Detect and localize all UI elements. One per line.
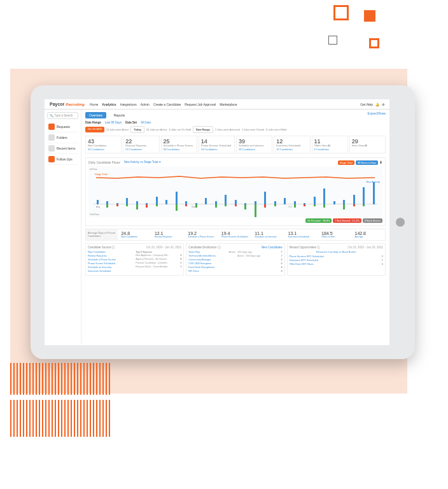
month-aug: Aug (96, 206, 100, 208)
stat-card[interactable]: 12Interviews Scheduled10 Candidates (274, 136, 310, 153)
nav-request-approval[interactable]: Request Job Approval (185, 103, 216, 106)
status-chip: 26 Jobs are Active (146, 128, 167, 131)
decor-square-4 (369, 38, 379, 48)
sidebar-label: Follow Ups (57, 157, 73, 161)
chart-footer: 26 Pursued · 78.8%7 Not Viewed · 21.2%3 … (88, 218, 382, 223)
top-bar: Paycor Recruiting Home Analytics Integra… (45, 99, 389, 110)
chart-title: Daily Candidate Flows (88, 160, 120, 165)
get-help-link[interactable]: Get Help (360, 103, 373, 106)
stat-card[interactable]: 22Resume Requests59 Candidates (123, 136, 159, 153)
dist-row[interactable]: HR Client3 (188, 269, 282, 273)
app-screen: Paycor Recruiting Home Analytics Integra… (45, 99, 389, 345)
search-placeholder: Type a Search (54, 114, 73, 117)
missed-row[interactable]: Offer Does NOT Have..5 (290, 262, 383, 266)
search-input[interactable]: 🔍 Type a Search (47, 112, 78, 119)
footer-badge: 3 Back Burner (363, 218, 382, 223)
decor-square-3 (328, 36, 337, 45)
panel-subtitle: New Candidates (262, 246, 283, 249)
status-chip: 0 Jobs were Filled (266, 128, 286, 131)
bell-icon[interactable]: 🔔 (375, 103, 379, 106)
panel-date: Oct 23, 2020 - Jan 20, 2021 (146, 246, 182, 249)
decor-lines (10, 363, 118, 439)
outflow-label: OutFlow (90, 213, 99, 216)
tab-reports[interactable]: Reports (110, 112, 129, 118)
source-link[interactable]: Interviews Scheduled (88, 269, 134, 273)
tablet-frame: Paycor Recruiting Home Analytics Integra… (31, 85, 415, 359)
days-badge[interactable]: 30 Back-in-Days (356, 160, 378, 165)
top-nav: Home Analytics Integrations Admin Create… (90, 103, 237, 106)
chart-dropdown[interactable]: New Activity vs Stage Total ▾ (124, 160, 161, 165)
followup-icon (48, 156, 55, 162)
search-icon: 🔍 (50, 114, 53, 117)
status-chip: 2 Jobs were Closed (242, 128, 264, 131)
download-icon[interactable]: ⬇ (379, 160, 382, 165)
nav-analytics[interactable]: Analytics (102, 103, 116, 106)
nav-home[interactable]: Home (90, 103, 98, 106)
panel-title: Candidate Source (88, 246, 111, 249)
gear-icon[interactable]: ⚙ (382, 103, 384, 106)
daterange-chip[interactable]: Date Range (193, 126, 213, 133)
month-oct: Oct (288, 206, 291, 208)
nav-admin[interactable]: Admin (141, 103, 150, 106)
missed-subtitle: Resumes Currently on Back Burner (290, 250, 383, 253)
brand-logo: Paycor Recruiting (50, 102, 85, 106)
stat-cards-row: 43New Candidates43 Candidates22Resume Re… (85, 136, 386, 153)
avg-card[interactable]: 19.2Schedule a Phone Screen (186, 229, 218, 240)
chart-section: Daily Candidate Flows New Activity vs St… (85, 157, 386, 226)
avg-card[interactable]: 142.8Average (353, 229, 385, 240)
sidebar-item-requests[interactable]: Requests (47, 122, 78, 132)
stage-total-badge[interactable]: Stage Total (338, 160, 354, 165)
panel-date: Oct 23, 2020 - Jan 20, 2021 (347, 246, 383, 249)
date-range-value[interactable]: Last 90 Days (105, 121, 122, 124)
panel-distribution: Candidate Distribution ⓘ New Candidates … (186, 243, 284, 276)
stat-card[interactable]: 43New Candidates43 Candidates (85, 136, 122, 153)
recent-icon (48, 145, 55, 152)
avg-card[interactable]: 184.5Offers to Hire (319, 229, 351, 240)
sidebar-item-recent[interactable]: Recent Items (47, 143, 78, 154)
tab-overview[interactable]: Overview (85, 112, 106, 118)
panel-sources: Candidate Source ⓘ Oct 23, 2020 - Jan 20… (85, 243, 184, 276)
filter-row: Date Range Last 90 Days Data Set All Dat… (85, 121, 386, 124)
sidebar-item-followups[interactable]: Follow Ups (47, 154, 78, 165)
avg-card[interactable]: 13.1Interviews Scheduled (286, 229, 318, 240)
expand-link[interactable]: Expand/Share (367, 112, 386, 118)
current-date-badge[interactable]: Oct 23 2020 (85, 127, 104, 132)
avg-card[interactable]: 19.4Phone Screens Scheduled (220, 229, 251, 240)
content-tabs: Overview Reports Expand/Share (85, 112, 386, 118)
today-chip[interactable]: Today (130, 126, 144, 133)
dataset-value[interactable]: All Data (141, 121, 151, 124)
stat-card[interactable]: 11Offers View All6 Candidates (312, 136, 348, 153)
stat-card[interactable]: 39Schedule an Interview26 Candidates (236, 136, 272, 153)
footer-badge: 26 Pursued · 78.8% (305, 218, 332, 223)
status-chip: 2 Jobs were Activated (215, 128, 240, 131)
decor-square-1 (333, 5, 349, 20)
status-chip: 24 Jobs were Active (106, 128, 129, 131)
nav-create-candidate[interactable]: Create a Candidate (153, 103, 181, 106)
brand-product: Recruiting (66, 103, 85, 106)
stat-card[interactable]: 29Hires View All (349, 136, 386, 153)
main-content: Overview Reports Expand/Share Date Range… (81, 110, 389, 344)
stat-card[interactable]: 14Phone Screens Scheduled13 Candidates (199, 136, 235, 153)
sidebar-item-folders[interactable]: Folders (47, 132, 78, 143)
avg-card[interactable]: 24.8New Candidates (119, 229, 151, 240)
requests-icon (48, 124, 55, 130)
chart-canvas: InFlow Stage Total New Activity OutFlow … (88, 166, 382, 217)
sidebar: 🔍 Type a Search Requests Folders Recent … (45, 110, 81, 344)
folder-icon (48, 134, 55, 141)
footer-badge: 7 Not Viewed · 21.2% (333, 218, 361, 223)
nav-marketplace[interactable]: Marketplace (220, 103, 237, 106)
panel-title: Missed Opportunities (290, 246, 316, 249)
nav-integrations[interactable]: Integrations (120, 103, 137, 106)
date-range-label: Date Range (85, 121, 101, 124)
panel-missed: Missed Opportunities ⓘ Oct 23, 2020 - Ja… (287, 243, 386, 276)
brand-name: Paycor (50, 102, 64, 106)
panel-title: Candidate Distribution (188, 246, 216, 249)
sidebar-label: Requests (57, 125, 70, 129)
sidebar-label: Recent Items (57, 146, 75, 150)
stat-card[interactable]: 25Schedule a Phone Screen34 Candidates (161, 136, 197, 153)
status-chips: Oct 23 2020 24 Jobs were Active Today 26… (85, 126, 386, 133)
avg-days-header: Average Days to Pursue Candidates (86, 229, 118, 240)
status-chip: 3 Jobs are On Hold (169, 128, 191, 131)
avg-card[interactable]: 12.1Review Requests (153, 229, 185, 240)
avg-card[interactable]: 11.1Schedule an Interview (253, 229, 284, 240)
